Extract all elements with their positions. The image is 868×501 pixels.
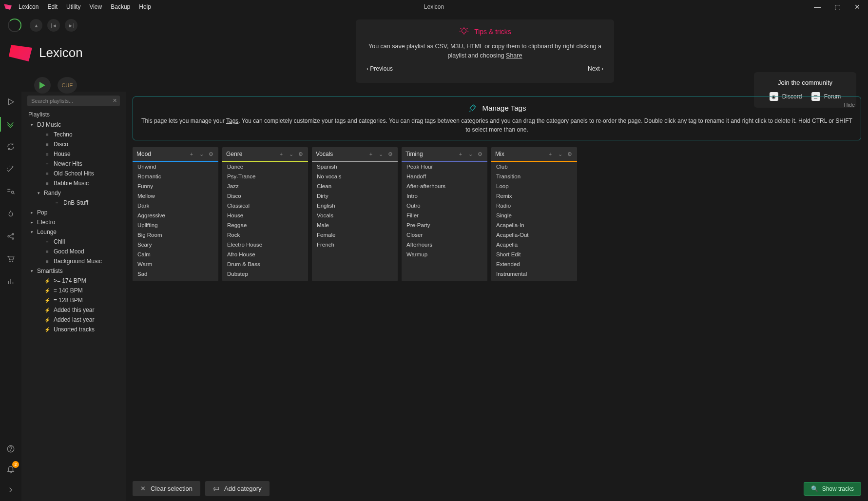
gear-icon[interactable]: ⚙ bbox=[477, 151, 483, 157]
menu-help[interactable]: Help bbox=[139, 3, 151, 10]
tag-item[interactable]: Spanish bbox=[312, 162, 398, 172]
tag-item[interactable]: House bbox=[222, 211, 308, 220]
playlist-item[interactable]: ▸Pop bbox=[24, 208, 123, 217]
tag-item[interactable]: Acapella-Out bbox=[491, 230, 577, 240]
playlist-item[interactable]: ▸⚡Unsorted tracks bbox=[24, 325, 123, 334]
rail-stats[interactable] bbox=[5, 276, 16, 287]
menu-lexicon[interactable]: Lexicon bbox=[19, 3, 39, 10]
tag-category-panel[interactable]: Mood+⌄⚙UnwindRomanticFunnyMellowDarkAggr… bbox=[133, 147, 218, 281]
chevron-down-icon[interactable]: ⌄ bbox=[198, 151, 205, 157]
tag-item[interactable]: Loop bbox=[491, 181, 577, 191]
tag-item[interactable]: Peak Hour bbox=[402, 162, 487, 172]
menu-utility[interactable]: Utility bbox=[66, 3, 80, 10]
tag-item[interactable]: Vocals bbox=[312, 211, 398, 220]
playlist-item[interactable]: ▸≡Old School Hits bbox=[24, 169, 123, 178]
tag-item[interactable]: Dirty bbox=[312, 191, 398, 201]
tag-category-panel[interactable]: Genre+⌄⚙DancePsy-TranceJazzDiscoClassica… bbox=[222, 147, 308, 281]
show-tracks-button[interactable]: 🔍 Show tracks bbox=[804, 482, 861, 496]
playlist-item[interactable]: ▾DJ Music bbox=[24, 120, 123, 130]
rail-magic[interactable] bbox=[5, 164, 16, 174]
tag-item[interactable]: Filler bbox=[402, 211, 487, 220]
tag-item[interactable]: Acapella-In bbox=[491, 220, 577, 230]
tag-item[interactable]: Intro bbox=[402, 191, 487, 201]
playlist-item[interactable]: ▸≡Newer Hits bbox=[24, 159, 123, 169]
menu-edit[interactable]: Edit bbox=[47, 3, 58, 10]
menu-view[interactable]: View bbox=[89, 3, 102, 10]
tag-item[interactable]: Big Room bbox=[133, 230, 218, 240]
maximize-button[interactable]: ▢ bbox=[834, 3, 841, 11]
tag-item[interactable]: Calm bbox=[133, 250, 218, 259]
info-tags-link[interactable]: Tags bbox=[226, 117, 238, 124]
rail-search[interactable] bbox=[5, 186, 16, 197]
tag-item[interactable]: Romantic bbox=[133, 172, 218, 181]
tag-item[interactable]: Dance bbox=[222, 162, 308, 172]
plus-icon[interactable]: + bbox=[278, 151, 285, 157]
eject-button[interactable]: ▲ bbox=[30, 19, 42, 32]
chevron-down-icon[interactable]: ⌄ bbox=[557, 151, 563, 157]
tag-item[interactable]: Classical bbox=[222, 201, 308, 211]
playlist-item[interactable]: ▸⚡Added last year bbox=[24, 315, 123, 325]
gear-icon[interactable]: ⚙ bbox=[387, 151, 394, 157]
tag-category-panel[interactable]: Vocals+⌄⚙SpanishNo vocalsCleanDirtyEngli… bbox=[312, 147, 398, 281]
tag-item[interactable]: Psy-Trance bbox=[222, 172, 308, 181]
tag-item[interactable]: Reggae bbox=[222, 220, 308, 230]
tag-item[interactable]: Mellow bbox=[133, 191, 218, 201]
rail-expand[interactable] bbox=[5, 484, 16, 495]
tag-item[interactable]: Pre-Party bbox=[402, 220, 487, 230]
playlist-item[interactable]: ▸≡Techno bbox=[24, 130, 123, 139]
playlist-item[interactable]: ▾Lounge bbox=[24, 227, 123, 237]
tag-item[interactable]: Instrumental bbox=[491, 269, 577, 279]
plus-icon[interactable]: + bbox=[367, 151, 374, 157]
tag-item[interactable]: Afterhours bbox=[402, 240, 487, 250]
tag-item[interactable]: After-afterhours bbox=[402, 181, 487, 191]
tag-item[interactable]: Short Edit bbox=[491, 250, 577, 259]
playlist-item[interactable]: ▾Smartlists bbox=[24, 266, 123, 276]
gear-icon[interactable]: ⚙ bbox=[208, 151, 214, 157]
tag-item[interactable]: Uplifting bbox=[133, 220, 218, 230]
info-hide-button[interactable]: Hide bbox=[844, 102, 855, 108]
tag-item[interactable]: Afro House bbox=[222, 250, 308, 259]
playlist-item[interactable]: ▸≡Good Mood bbox=[24, 247, 123, 256]
tag-item[interactable]: French bbox=[312, 240, 398, 250]
rail-help[interactable] bbox=[5, 443, 16, 454]
tag-item[interactable]: No vocals bbox=[312, 172, 398, 181]
next-track-button[interactable]: ►| bbox=[65, 19, 77, 32]
tag-item[interactable]: Acapella bbox=[491, 240, 577, 250]
plus-icon[interactable]: + bbox=[188, 151, 195, 157]
tag-item[interactable]: Unwind bbox=[133, 162, 218, 172]
plus-icon[interactable]: + bbox=[547, 151, 554, 157]
plus-icon[interactable]: + bbox=[457, 151, 464, 157]
menu-backup[interactable]: Backup bbox=[111, 3, 130, 10]
close-button[interactable]: ✕ bbox=[854, 3, 860, 11]
tag-item[interactable]: Warmup bbox=[402, 250, 487, 259]
prev-track-button[interactable]: |◄ bbox=[47, 19, 60, 32]
playlist-item[interactable]: ▸⚡= 128 BPM bbox=[24, 295, 123, 305]
rail-tags[interactable] bbox=[5, 119, 16, 130]
tag-item[interactable]: Extended bbox=[491, 259, 577, 269]
playlist-item[interactable]: ▸≡Babbie Music bbox=[24, 178, 123, 188]
playlist-item[interactable]: ▸Electro bbox=[24, 217, 123, 227]
playlist-item[interactable]: ▸≡Background Music bbox=[24, 256, 123, 266]
playlist-item[interactable]: ▸≡House bbox=[24, 149, 123, 159]
gear-icon[interactable]: ⚙ bbox=[566, 151, 573, 157]
tips-prev-button[interactable]: ‹ Previous bbox=[366, 65, 393, 72]
tag-item[interactable]: Scary bbox=[133, 240, 218, 250]
tag-item[interactable]: Handoff bbox=[402, 172, 487, 181]
search-playlists-input[interactable] bbox=[27, 96, 120, 106]
tag-item[interactable]: Single bbox=[491, 211, 577, 220]
tag-item[interactable]: Closer bbox=[402, 230, 487, 240]
clear-selection-button[interactable]: ✕ Clear selection bbox=[133, 481, 200, 496]
tag-item[interactable]: Radio bbox=[491, 201, 577, 211]
tag-category-panel[interactable]: Timing+⌄⚙Peak HourHandoffAfter-afterhour… bbox=[402, 147, 487, 281]
tag-item[interactable]: Funny bbox=[133, 181, 218, 191]
tag-item[interactable]: Transition bbox=[491, 172, 577, 181]
playlist-item[interactable]: ▾Randy bbox=[24, 188, 123, 198]
chevron-down-icon[interactable]: ⌄ bbox=[288, 151, 294, 157]
tag-item[interactable]: Party bbox=[133, 279, 218, 281]
rail-fire[interactable] bbox=[5, 209, 16, 219]
tag-item[interactable]: Aggressive bbox=[133, 211, 218, 220]
tag-item[interactable]: Outro bbox=[402, 201, 487, 211]
rail-share[interactable] bbox=[5, 231, 16, 242]
tag-item[interactable]: Dubstep bbox=[222, 269, 308, 279]
tag-item[interactable]: Dark bbox=[133, 201, 218, 211]
